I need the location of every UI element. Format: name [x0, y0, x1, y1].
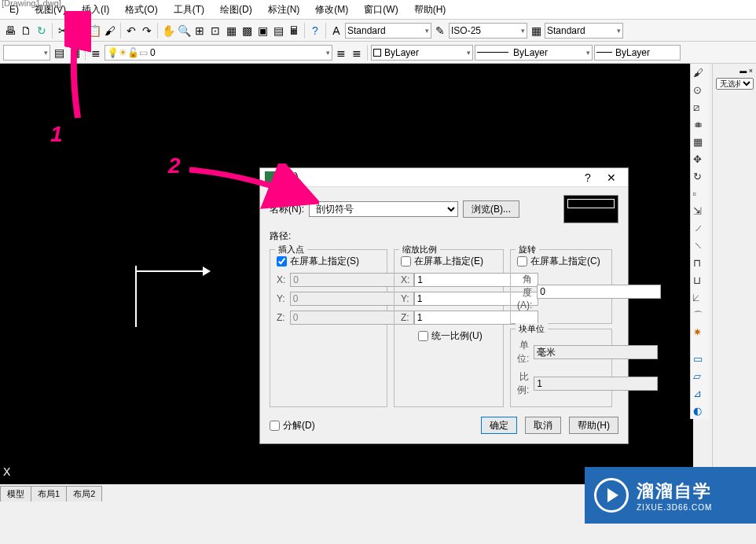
table-icon[interactable]: ▤ [271, 24, 285, 38]
move-icon[interactable]: ✥ [693, 153, 707, 167]
path-label: 路径: [270, 230, 291, 243]
zoomwin-icon[interactable]: ⊞ [193, 24, 207, 38]
properties-panel: ▬ × 无选择 [712, 64, 756, 484]
print-icon[interactable]: 🖶 [3, 24, 17, 38]
decompose-label: 分解(D) [283, 419, 315, 432]
dialog-title: 插入 [282, 171, 576, 184]
rotation-check-label: 在屏幕上指定(C) [530, 255, 600, 268]
lineweight2-combo[interactable]: ByLayer [594, 45, 681, 61]
cursor-indicator: X [3, 465, 10, 478]
insertpoint-check[interactable] [277, 256, 287, 266]
array-icon[interactable]: ▦ [693, 136, 707, 150]
chamfer-icon[interactable]: ⟀ [693, 292, 707, 306]
zoomin-icon[interactable]: 🔍 [177, 24, 191, 38]
uniform-check[interactable] [418, 331, 428, 341]
brush-icon[interactable]: 🖌 [693, 67, 707, 81]
rotation-group: 旋转 在屏幕上指定(C) 角度(A): [510, 249, 612, 324]
layerprev-icon[interactable]: ▩ [240, 24, 254, 38]
ok-button[interactable]: 确定 [481, 417, 517, 434]
layeriso-icon[interactable]: ≣ [334, 46, 348, 60]
decompose-check[interactable] [270, 421, 280, 431]
calc-icon[interactable]: 🖩 [287, 24, 301, 38]
watermark: 溜溜自学 ZIXUE.3D66.COM [585, 467, 756, 524]
annotation-arrow-1 [64, 11, 91, 121]
browse-button[interactable]: 浏览(B)... [463, 200, 519, 218]
break-icon[interactable]: ⊓ [693, 257, 707, 271]
name-combo[interactable]: 剖切符号 [309, 201, 458, 217]
copy2-icon[interactable]: ⊙ [693, 84, 707, 98]
insertpoint-check-label: 在屏幕上指定(S) [290, 255, 359, 268]
modify-toolbar: 🖌 ⊙ ⧄ ⩩ ▦ ✥ ↻ ▫ ⇲ ⟋ ⟍ ⊓ ⊔ ⟀ ⌒ ✷ ▭ ▱ ⊿ ◐ [690, 64, 709, 419]
trim-icon[interactable]: ⟋ [693, 222, 707, 237]
layer-combo[interactable]: 💡☀🔓▭ 0▾ [105, 45, 332, 61]
play-icon [594, 478, 629, 513]
dimstyle-combo[interactable]: ISO-25▾ [449, 23, 527, 39]
menu-modify[interactable]: 修改(M) [307, 1, 356, 19]
menu-format[interactable]: 格式(O) [117, 1, 165, 19]
lineweight-combo[interactable]: ▾ [3, 45, 50, 61]
menubar: E) 视图(V) 插入(I) 格式(O) 工具(T) 绘图(D) 标注(N) 修… [0, 0, 756, 20]
offset-icon[interactable]: ⩩ [693, 119, 707, 133]
dim-radius-icon[interactable]: ◐ [693, 405, 707, 419]
uniform-label: 统一比例(U) [431, 329, 483, 343]
menu-window[interactable]: 窗口(W) [356, 1, 406, 19]
join-icon[interactable]: ⊔ [693, 274, 707, 289]
pan-icon[interactable]: ✋ [161, 24, 175, 38]
layermatch-icon[interactable]: ≣ [350, 46, 364, 60]
menu-draw[interactable]: 绘图(D) [212, 1, 260, 19]
ucs-x-axis [135, 270, 207, 272]
undo-icon[interactable]: ↶ [124, 24, 138, 38]
scale-check[interactable] [401, 256, 411, 266]
cancel-button[interactable]: 取消 [525, 417, 561, 434]
helpbtn-icon[interactable]: ? [308, 24, 322, 38]
help-button[interactable]: 帮助(H) [569, 417, 618, 434]
stretch-icon[interactable]: ⇲ [693, 205, 707, 219]
redo-icon[interactable]: ↷ [140, 24, 154, 38]
linetype-combo[interactable]: ByLayer▾ [475, 45, 593, 61]
rotation-check[interactable] [517, 256, 527, 266]
tablestyle-icon[interactable]: ▦ [529, 24, 543, 38]
textstyle-combo[interactable]: Standard▾ [345, 23, 431, 39]
textstyle-icon[interactable]: A [329, 24, 343, 38]
color-combo[interactable]: ByLayer▾ [371, 45, 473, 61]
layers-icon[interactable]: ▦ [224, 24, 238, 38]
scale-icon[interactable]: ▫ [693, 188, 707, 202]
tab-model[interactable]: 模型 [0, 486, 31, 502]
explode-icon[interactable]: ✷ [693, 326, 707, 340]
annotation-1: 1 [50, 122, 63, 147]
toolbar-main: 🖶 🗋 ↻ ✂ ⧉ 📋 🖌 ↶ ↷ ✋ 🔍 ⊞ ⊡ ▦ ▩ ▣ ▤ 🖩 ? A … [0, 20, 756, 42]
annotation-arrow-2 [185, 164, 319, 211]
scale-check-label: 在屏幕上指定(E) [414, 255, 483, 268]
blockunit-title: 块单位 [516, 323, 548, 335]
dim-angular-icon[interactable]: ⊿ [693, 388, 707, 402]
dialog-help-icon[interactable]: ? [576, 171, 600, 184]
rotate-icon[interactable]: ↻ [693, 171, 707, 185]
zoomext-icon[interactable]: ⊡ [208, 24, 222, 38]
block-icon[interactable]: ▣ [255, 24, 270, 38]
menu-help[interactable]: 帮助(H) [406, 1, 454, 19]
dim-aligned-icon[interactable]: ▱ [693, 370, 707, 384]
menu-tools[interactable]: 工具(T) [166, 1, 212, 19]
menu-dimension[interactable]: 标注(N) [260, 1, 308, 19]
close-icon[interactable]: ✕ [600, 171, 623, 184]
watermark-title: 溜溜自学 [637, 480, 712, 503]
scale-title: 缩放比例 [399, 244, 440, 255]
mirror-icon[interactable]: ⧄ [693, 101, 707, 116]
refresh-icon[interactable]: ↻ [35, 24, 49, 38]
angle-input[interactable] [537, 285, 661, 299]
tablestyle-combo[interactable]: Standard▾ [545, 23, 623, 39]
matchprop-icon[interactable]: 🖌 [103, 24, 117, 38]
selection-combo[interactable]: 无选择 [716, 78, 754, 90]
fillet-icon[interactable]: ⌒ [693, 309, 707, 323]
insertpoint-group: 插入点 在屏幕上指定(S) X: Y: Z: [270, 249, 387, 407]
preview-icon[interactable]: 🗋 [19, 24, 33, 38]
dim-linear-icon[interactable]: ▭ [693, 353, 707, 367]
blockunit-group: 块单位 单位: 比例: [510, 329, 612, 407]
dimstyle-icon[interactable]: ✎ [433, 24, 447, 38]
unit-field [534, 345, 658, 359]
scale-group: 缩放比例 在屏幕上指定(E) X: Y: Z: 统一比例(U) [394, 249, 504, 407]
tab-layout1[interactable]: 布局1 [31, 486, 67, 502]
block-preview [563, 195, 618, 223]
extend-icon[interactable]: ⟍ [693, 240, 707, 254]
tab-layout2[interactable]: 布局2 [66, 486, 102, 502]
